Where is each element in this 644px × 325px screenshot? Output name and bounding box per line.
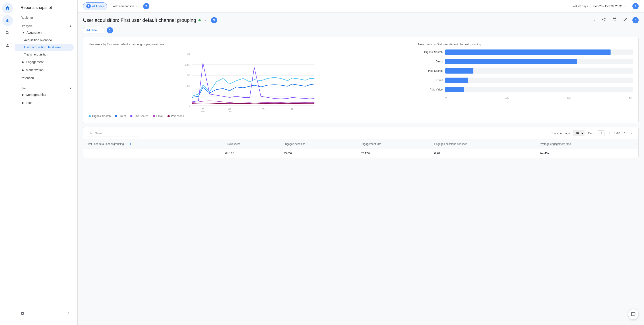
table-header-row: First user defa...annel grouping + ↓ New… [83,139,638,149]
sidebar-sub-traffic-acquisition[interactable]: Traffic acquisition [15,51,78,58]
chat-button[interactable] [628,309,639,320]
topbar-right: Last 28 days Sep 23 - Oct 20, 2022 4 [572,3,639,10]
next-page-arrow[interactable] [629,130,635,136]
sidebar-item-retention[interactable]: Retention [15,74,78,82]
rows-per-page-select[interactable]: 10 25 50 [573,130,584,136]
total-engagement-rate: 62.17% [357,149,430,158]
line-chart-section: New users by First user default channel … [88,42,411,118]
sidebar-item-monetization[interactable]: ▶ Monetization [15,66,78,74]
legend-email: Email [153,114,163,118]
sidebar-item-acquisition[interactable]: ▼ Acquisition [15,28,78,36]
share-icon[interactable] [600,16,608,24]
col-engagement-rate[interactable]: Engagement rate [357,139,430,149]
bar-fill-direct [445,59,577,64]
acquisition-expand-icon: ▼ [22,31,25,34]
svg-text:500: 500 [186,85,190,88]
col-engaged-sessions[interactable]: Engaged sessions [280,139,357,149]
date-range-selector[interactable]: Sep 23 - Oct 20, 2022 [591,3,630,10]
add-filter-plus-icon: + [99,28,101,32]
filter-bar: Add filter + 1 [83,27,639,34]
sidebar-item-engagement[interactable]: ▶ Engagement [15,58,78,66]
table-search-icon [90,131,93,135]
col-new-users[interactable]: ↓ New users [222,139,280,149]
col-channel-grouping[interactable]: First user defa...annel grouping + [83,139,222,149]
bar-label-paid-video: Paid Video [418,88,443,91]
col-avg-engagement-time[interactable]: Average engagement time [536,139,638,149]
legend-direct: Direct [115,114,126,118]
col-channel-dropdown-icon[interactable] [125,142,128,146]
edit-icon[interactable] [622,16,629,24]
add-filter-button[interactable]: Add filter + [83,27,104,34]
sidebar-sub-traffic-acquisition-label: Traffic acquisition [24,52,48,56]
sidebar-item-demographics[interactable]: ▶ Demographics [15,91,78,99]
legend-paid-video-label: Paid Video [171,114,184,118]
sidebar-item-tech[interactable]: ▶ Tech [15,99,78,107]
col-engaged-sessions-per-user[interactable]: Engaged sessions per user [431,139,536,149]
settings-button[interactable] [20,311,25,316]
all-users-chip[interactable]: A All Users [83,2,107,10]
sidebar-item-tech-label: Tech [26,101,32,104]
compare-icon[interactable] [611,16,618,24]
search-box[interactable]: Search... [87,130,140,136]
svg-text:2K: 2K [187,52,190,55]
search-nav-item[interactable] [2,28,13,38]
bar-fill-email [445,78,468,83]
col-channel-grouping-label: First user defa...annel grouping [87,142,124,146]
date-range-label: Sep 23 - Oct 20, 2022 [594,4,622,8]
home-nav-item[interactable] [2,3,13,13]
line-chart-wrapper: 2K 1.5K 1K 500 0 25 Sep 02 Oct 09 16 [88,50,411,112]
bar-axis-20k: 20K [566,96,571,99]
sidebar-sub-acquisition-overview[interactable]: Acquisition overview [15,36,78,44]
prev-page-arrow[interactable] [606,130,612,136]
sidebar-sub-acquisition-overview-label: Acquisition overview [24,38,52,42]
page-navigation: Go to: 1-10 of 13 [588,130,635,136]
bar-chart-section: New users by First user default channel … [418,42,633,118]
bar-chart-wrapper: Organic Search Direct [418,50,633,99]
bar-row-direct: Direct [418,59,633,64]
last-days-label: Last 28 days [572,4,588,8]
bar-chart-action-icon[interactable] [590,16,597,24]
report-header: User acquisition: First user default cha… [83,16,639,24]
sidebar-item-monetization-label: Monetization [26,68,44,72]
main-content: A All Users Add comparison + 2 Last 28 d… [78,0,644,325]
bar-track-organic-search [445,50,633,55]
bar-label-organic-search: Organic Search [418,50,443,54]
charts-inner: New users by First user default channel … [88,42,633,118]
legend-organic-search: Organic Search [88,114,110,118]
audience-nav-item[interactable] [2,40,13,51]
sidebar-sub-user-acquisition[interactable]: User acquisition: First user ... [15,44,74,51]
legend-email-label: Email [156,114,163,118]
add-comparison-plus-icon: + [135,4,137,8]
add-column-icon[interactable]: + [130,142,132,146]
charts-container: New users by First user default channel … [83,37,639,123]
filter-bar-inner: Add filter + 1 [83,27,639,34]
collapse-sidebar-button[interactable] [64,310,72,318]
legend-dot-email [153,115,155,117]
user-section-collapse-icon: ▲ [69,86,72,90]
badge-1: 1 [107,27,113,34]
bar-track-paid-search [445,68,633,74]
goto-input[interactable] [598,130,605,136]
total-new-users: 64,165 [222,149,280,158]
status-dot [198,19,201,22]
sidebar-footer [15,306,78,322]
legend-organic-search-label: Organic Search [92,114,110,118]
sidebar-item-realtime[interactable]: Realtime [15,14,78,22]
list-nav-item[interactable] [2,52,13,63]
bar-track-direct [445,59,633,64]
add-comparison-chip[interactable]: Add comparison + [110,3,140,9]
svg-text:Oct: Oct [228,110,232,112]
table-totals-row: 64,165 73,057 62.17% 0.98 2m 45s [83,149,638,158]
bar-chart-nav-item[interactable] [2,15,13,26]
report-title-area: User acquisition: First user default cha… [83,17,217,24]
topbar: A All Users Add comparison + 2 Last 28 d… [78,0,644,12]
sidebar-section-lifecycle[interactable]: Life cycle ▲ [15,22,78,28]
pagination-info: 1-10 of 13 [614,132,627,135]
bar-axis-0: 0 [445,96,447,99]
svg-text:09: 09 [262,108,264,110]
bar-label-direct: Direct [418,60,443,63]
sidebar-section-user[interactable]: User ▲ [15,84,78,91]
title-dropdown-icon[interactable] [203,18,208,22]
total-avg-engagement-time: 2m 45s [536,149,638,158]
search-placeholder: Search... [95,132,106,135]
